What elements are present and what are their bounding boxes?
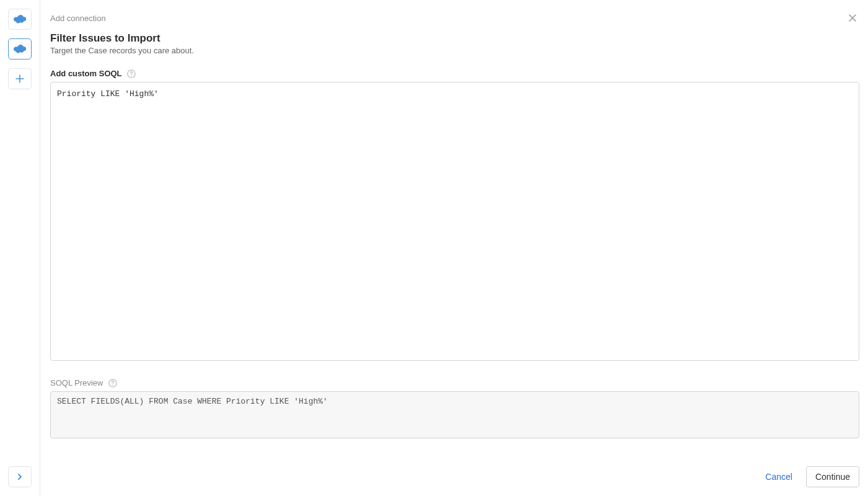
help-icon[interactable] [108,379,117,388]
cloud-icon [14,45,26,53]
close-button[interactable] [846,11,859,25]
help-icon[interactable] [127,69,136,78]
sidebar-expand-button[interactable] [8,466,32,487]
soql-label: Add custom SOQL [50,69,122,78]
soql-preview: SELECT FIELDS(ALL) FROM Case WHERE Prior… [50,391,859,438]
continue-button[interactable]: Continue [806,466,859,487]
soql-label-row: Add custom SOQL [50,69,859,78]
add-connection-label: Add connection [50,14,106,23]
cancel-button[interactable]: Cancel [763,467,795,487]
sidebar-item-salesforce-1[interactable] [8,9,32,30]
main-panel: Add connection Filter Issues to Import T… [40,0,868,496]
sidebar-item-salesforce-2[interactable] [8,38,32,60]
soql-input[interactable] [50,82,859,361]
cloud-icon [14,15,26,24]
preview-label: SOQL Preview [50,378,103,388]
footer: Cancel Continue [50,458,859,487]
sidebar-item-add[interactable] [8,68,32,89]
chevron-right-icon [17,473,23,480]
page-subtitle: Target the Case records you care about. [50,46,859,55]
close-icon [848,14,857,22]
plus-icon [15,74,24,83]
sidebar [0,0,40,496]
page-title: Filter Issues to Import [50,32,859,45]
top-row: Add connection [50,11,859,25]
preview-label-row: SOQL Preview [50,378,859,388]
svg-point-3 [112,384,113,385]
svg-point-1 [131,75,131,76]
